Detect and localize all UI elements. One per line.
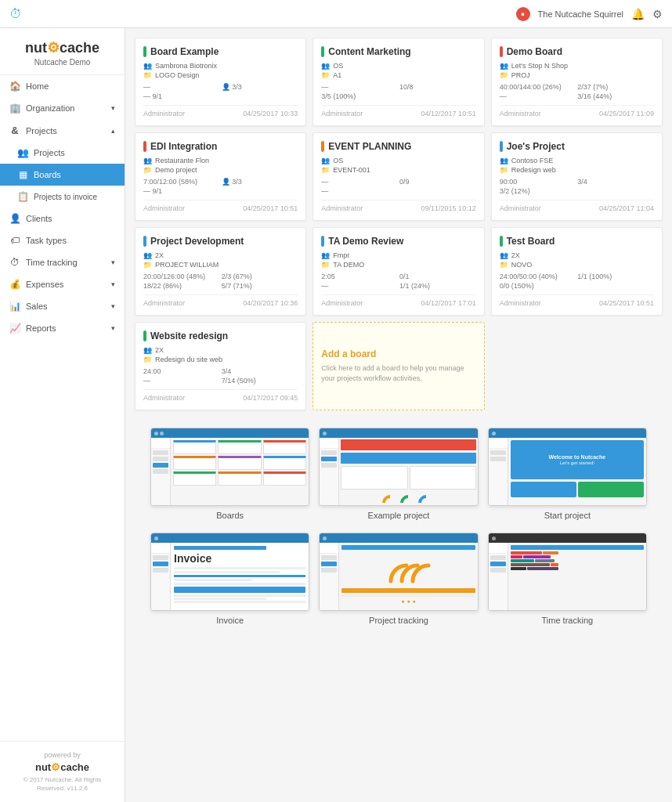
board-stats: 40:00/144:00 (26%) 2/37 (7%) — 3/16 (44%…	[500, 83, 654, 100]
board-meta1: 👥 OS	[321, 62, 475, 70]
sidebar-item-organization[interactable]: 🏢 Organization ▾	[0, 97, 125, 119]
footer-logo: nut⚙cache	[9, 761, 115, 773]
board-footer: Administrator 04/12/2017 17:01	[321, 294, 475, 307]
sidebar-item-home-label: Home	[26, 81, 49, 91]
board-card-event-planning[interactable]: EVENT PLANNING 👥 OS 📁 EVENT-001 — 0/9 —	[313, 132, 484, 221]
screenshot-time-tracking[interactable]: Time tracking	[488, 533, 647, 625]
sales-icon: 📊	[9, 301, 20, 312]
sidebar-item-projects-group[interactable]: & Projects ▴	[0, 119, 125, 142]
thumb-body	[151, 438, 309, 505]
screenshot-label-project-tracking: Project tracking	[369, 616, 428, 625]
color-bar	[500, 236, 503, 247]
board-meta1: 👥 Contoso FSE	[500, 157, 654, 164]
board-card-project-development[interactable]: Project Development 👥 2X 📁 PROJECT WILLI…	[135, 227, 306, 316]
board-card-content-marketing[interactable]: Content Marketing 👥 OS 📁 A1 — 10/8 3/5 (…	[313, 38, 484, 126]
sidebar-item-clients[interactable]: 👤 Clients	[0, 208, 125, 229]
chevron-icon2: ▴	[111, 127, 115, 135]
screenshot-boards[interactable]: Boards	[150, 428, 309, 520]
board-card-test-board[interactable]: Test Board 👥 2X 📁 NOVO 24:00/50:00 (40%)…	[491, 227, 663, 316]
board-stats: 24:00/50:00 (40%) 1/1 (100%) 0/0 (150%)	[500, 273, 654, 290]
board-card-demo-board[interactable]: Demo Board 👥 Let's Stop N Shop 📁 PROJ 40…	[491, 38, 663, 126]
board-meta1: 👥 Fmpr	[321, 251, 475, 259]
sidebar-item-boards-label: Boards	[34, 170, 61, 179]
board-meta1: 👥 2X	[500, 251, 654, 259]
sidebar-item-projects-invoice[interactable]: 📋 Projects to invoice	[0, 186, 125, 208]
board-meta2: 📁 Redesign web	[500, 166, 654, 174]
screenshot-project-tracking[interactable]: ● ● ● Project tracking	[319, 533, 478, 625]
sidebar-item-sales[interactable]: 📊 Sales ▾	[0, 295, 125, 317]
board-meta1: 👥 2X	[143, 251, 298, 259]
board-meta1: 👥 2X	[143, 346, 298, 354]
board-meta1: 👥 Let's Stop N Shop	[500, 62, 654, 70]
screenshot-start-project[interactable]: Welcome to NutcacheLet's get started!	[488, 428, 647, 520]
sidebar-item-reports[interactable]: 📈 Reports ▾	[0, 317, 125, 339]
board-card-edi-integration[interactable]: EDI Integration 👥 Restaurante Flon 📁 Dem…	[135, 132, 306, 221]
sidebar-item-task-types[interactable]: 🏷 Task types	[0, 229, 125, 251]
board-meta2: 📁 Redesign du site web	[143, 356, 298, 363]
board-meta2: 📁 A1	[321, 71, 475, 79]
board-meta1: 👥 Restaurante Flon	[143, 157, 298, 164]
sidebar-item-boards[interactable]: ▦ Boards	[0, 164, 125, 186]
board-card-title: Project Development	[143, 236, 298, 247]
sidebar-item-reports-label: Reports	[26, 323, 56, 333]
main-content: Board Example 👥 Sambrona Biotronix 📁 LOG…	[125, 28, 672, 802]
sidebar-item-projects-label: Projects	[34, 148, 65, 157]
board-card-joes-project[interactable]: Joe's Project 👥 Contoso FSE 📁 Redesign w…	[491, 132, 663, 221]
board-stats: — 10/8 3/5 (100%)	[321, 83, 475, 100]
screenshots-row1: Boards	[150, 428, 647, 520]
color-bar	[143, 331, 146, 341]
add-board-card[interactable]: Add a board Click here to add a board to…	[313, 322, 484, 410]
user-name: The Nutcache Squirrel	[538, 9, 623, 19]
board-meta1: 👥 Sambrona Biotronix	[143, 62, 298, 70]
sidebar-item-home[interactable]: 🏠 Home	[0, 75, 125, 97]
user-badge: ●	[516, 7, 530, 21]
projects-invoice-icon: 📋	[17, 191, 28, 202]
sidebar-item-time-tracking[interactable]: ⏱ Time tracking ▾	[0, 251, 125, 273]
board-card-board-example[interactable]: Board Example 👥 Sambrona Biotronix 📁 LOG…	[135, 38, 306, 126]
sidebar-item-expenses[interactable]: 💰 Expenses ▾	[0, 273, 125, 295]
add-board-title: Add a board	[321, 349, 376, 359]
color-bar	[500, 46, 503, 57]
board-stats: 24:00 3/4 — 7/14 (50%)	[143, 367, 298, 385]
color-bar	[321, 141, 324, 152]
sidebar-item-projects-invoice-label: Projects to invoice	[34, 193, 97, 201]
board-stats: 20:00/126:00 (48%) 2/3 (67%) 18/22 (86%)…	[143, 273, 298, 290]
screenshot-label-boards: Boards	[216, 511, 244, 520]
chevron-icon4: ▾	[111, 280, 115, 288]
screenshot-label-start-project: Start project	[544, 511, 591, 520]
board-card-ta-demo-review[interactable]: TA Demo Review 👥 Fmpr 📁 TA DEMO 2:05 0/1…	[313, 227, 484, 316]
board-stats: 90:00 3/4 3/2 (12%)	[500, 178, 654, 195]
timer-icon[interactable]: ⏱	[9, 7, 22, 21]
screenshots-row2: Invoice	[150, 533, 647, 625]
board-card-title: Joe's Project	[500, 141, 654, 152]
board-card-title: Website redesign	[143, 331, 298, 341]
sidebar-item-clients-label: Clients	[26, 214, 52, 223]
chevron-icon: ▾	[111, 104, 115, 112]
screenshot-example-project[interactable]: Example project	[319, 428, 478, 520]
screenshot-thumb-boards	[150, 428, 309, 506]
sidebar-footer: powered by nut⚙cache © 2017 Nutcache. Al…	[0, 741, 125, 802]
home-icon: 🏠	[9, 81, 20, 92]
board-card-website-redesign[interactable]: Website redesign 👥 2X 📁 Redesign du site…	[135, 322, 306, 410]
board-meta2: 📁 LOGO Design	[143, 71, 298, 79]
sidebar-item-time-tracking-label: Time tracking	[26, 258, 78, 267]
sidebar: nut⚙cache Nutcache Demo 🏠 Home 🏢 Organiz…	[0, 28, 125, 802]
settings-icon[interactable]: ⚙	[652, 8, 663, 20]
board-footer: Administrator 04/25/2017 11:09	[500, 105, 654, 117]
screenshot-invoice[interactable]: Invoice	[150, 533, 309, 625]
screenshot-thumb-start-project: Welcome to NutcacheLet's get started!	[488, 428, 647, 506]
board-footer: Administrator 04/20/2017 10:36	[143, 294, 298, 307]
boards-grid: Board Example 👥 Sambrona Biotronix 📁 LOG…	[135, 38, 663, 410]
add-board-desc: Click here to add a board to help you ma…	[321, 363, 475, 383]
boards-icon: ▦	[17, 169, 28, 180]
board-card-title: Content Marketing	[321, 46, 475, 57]
sidebar-item-sales-label: Sales	[26, 302, 48, 311]
board-card-title: EDI Integration	[143, 141, 298, 152]
top-bar-right: ● The Nutcache Squirrel 🔔 ⚙	[516, 7, 663, 21]
color-bar	[321, 236, 324, 247]
thumb-topbar	[151, 428, 309, 438]
notification-icon[interactable]: 🔔	[631, 8, 645, 20]
sidebar-item-projects[interactable]: 👥 Projects	[0, 142, 125, 164]
reports-icon: 📈	[9, 323, 20, 334]
sidebar-item-expenses-label: Expenses	[26, 280, 63, 289]
